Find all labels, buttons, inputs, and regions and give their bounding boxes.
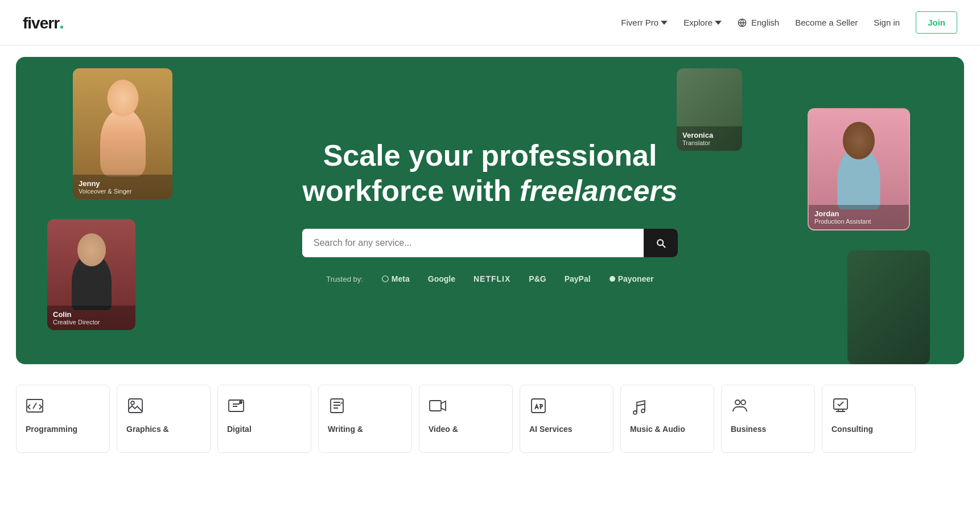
fiverr-pro-link[interactable]: Fiverr Pro [621,18,668,27]
svg-point-14 [741,400,746,405]
ai-icon [529,397,547,417]
svg-point-1 [610,276,615,282]
freelancer-card-jordan: Jordan Production Assistant [808,108,910,230]
freelancer-card-extra [847,250,930,364]
category-business[interactable]: Business [721,385,815,453]
video-label: Video & [429,424,458,434]
ai-label: AI Services [529,424,573,434]
category-consulting[interactable]: Consulting [822,385,916,453]
search-icon [655,237,666,249]
design-icon [126,397,145,417]
hero-title: Scale your professional workforce with f… [302,138,678,209]
category-writing[interactable]: A Writing & [318,385,412,453]
video-icon [429,397,447,417]
graphics-label: Graphics & [126,424,169,434]
navbar-right: Fiverr Pro Explore English Become a Sell… [621,11,957,34]
category-programming[interactable]: Programming [16,385,110,453]
music-label: Music & Audio [630,424,685,434]
svg-point-4 [131,401,134,405]
pg-logo: P&G [529,274,546,283]
meta-logo: Meta [381,274,410,283]
search-bar [302,229,678,257]
become-seller-link[interactable]: Become a Seller [795,18,858,27]
hero-section: Jenny Voiceover & Singer Colin Creative … [16,57,964,364]
svg-point-11 [633,411,637,414]
svg-point-6 [239,401,242,404]
join-button[interactable]: Join [916,11,957,34]
music-icon [630,397,648,417]
payoneer-logo: Payoneer [609,274,654,283]
logo[interactable]: fiverr. [23,12,64,33]
trusted-label: Trusted by: [326,275,363,283]
freelancer-card-jenny: Jenny Voiceover & Singer [73,68,172,199]
category-digital[interactable]: Digital [217,385,311,453]
code-icon [26,397,44,417]
netflix-logo: NETFLIX [473,274,510,283]
chevron-down-icon [661,19,668,26]
paypal-logo: PayPal [565,274,591,283]
search-input[interactable] [302,229,644,257]
digital-icon [227,397,245,417]
jenny-label: Jenny Voiceover & Singer [73,175,172,199]
svg-rect-9 [430,401,441,411]
google-logo: Google [428,274,455,283]
navbar-left: fiverr. [23,12,64,33]
consulting-label: Consulting [831,424,873,434]
sign-in-link[interactable]: Sign in [874,18,900,27]
svg-rect-10 [532,399,545,413]
business-icon [731,397,749,417]
logo-text: fiverr. [23,12,64,33]
writing-icon: A [328,397,346,417]
svg-text:A: A [340,401,344,406]
consulting-icon [831,397,850,417]
digital-label: Digital [227,424,252,434]
business-label: Business [731,424,766,434]
globe-icon [738,18,747,27]
categories-row: Programming Graphics & Digital [0,376,980,462]
svg-point-12 [641,409,645,413]
logo-dot: . [59,12,64,32]
freelancer-card-veronica: Veronica Translator [677,68,742,151]
search-button[interactable] [644,229,678,257]
explore-link[interactable]: Explore [683,18,722,27]
freelancer-card-colin: Colin Creative Director [47,219,135,330]
veronica-label: Veronica Translator [677,126,742,151]
colin-label: Colin Creative Director [47,306,135,330]
category-video[interactable]: Video & [419,385,513,453]
chevron-down-icon [715,19,722,26]
programming-label: Programming [26,424,77,434]
svg-rect-3 [129,399,142,413]
language-selector[interactable]: English [738,18,779,27]
category-music[interactable]: Music & Audio [620,385,714,453]
trusted-brands-row: Trusted by: Meta Google NETFLIX P&G PayP… [302,274,678,283]
category-ai[interactable]: AI Services [520,385,613,453]
writing-label: Writing & [328,424,363,434]
category-graphics[interactable]: Graphics & [117,385,211,453]
svg-point-13 [735,400,740,405]
navbar: fiverr. Fiverr Pro Explore English Becom… [0,0,980,46]
jordan-label: Jordan Production Assistant [809,205,909,229]
hero-content: Scale your professional workforce with f… [302,138,678,284]
